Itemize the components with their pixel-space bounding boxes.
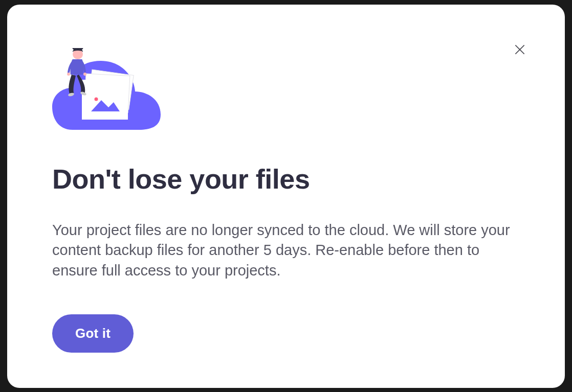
- got-it-button[interactable]: Got it: [52, 314, 134, 353]
- svg-rect-4: [82, 80, 128, 120]
- svg-point-8: [67, 73, 70, 76]
- modal-heading: Don't lose your files: [52, 163, 520, 195]
- modal-body-text: Your project files are no longer synced …: [52, 220, 520, 281]
- svg-point-5: [95, 97, 98, 101]
- svg-point-9: [83, 73, 86, 76]
- close-icon: [513, 43, 526, 56]
- sync-warning-modal: Don't lose your files Your project files…: [7, 5, 565, 388]
- cloud-files-illustration: [52, 48, 161, 137]
- close-button[interactable]: [512, 41, 528, 58]
